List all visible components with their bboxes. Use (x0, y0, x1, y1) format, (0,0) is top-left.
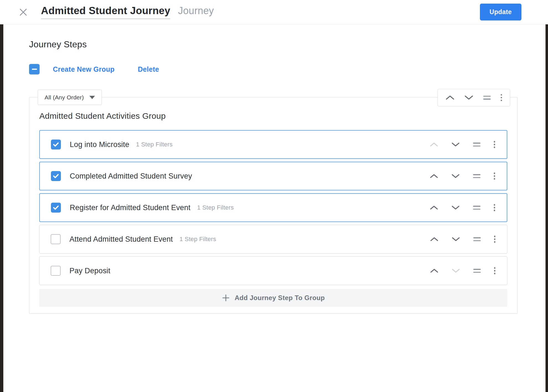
step-actions (430, 204, 497, 211)
drag-handle-icon[interactable] (473, 143, 480, 146)
indeterminate-minus-icon (32, 69, 37, 70)
modal-header: Admitted Student Journey Journey Update (0, 0, 548, 24)
add-journey-step-label: Add Journey Step To Group (235, 294, 325, 302)
drag-handle-icon[interactable] (473, 269, 481, 273)
kebab-menu-icon[interactable] (494, 267, 496, 274)
step-row-pay-deposit: Pay Deposit (39, 256, 507, 285)
step-row-completed-admitted-student-survey: Completed Admitted Student Survey (39, 162, 507, 190)
step-checkbox[interactable] (51, 234, 61, 244)
move-up-icon[interactable] (430, 174, 438, 178)
move-down-icon[interactable] (451, 142, 460, 147)
group-kebab-menu-icon[interactable] (501, 94, 502, 101)
backdrop-edge-left (0, 24, 3, 392)
journey-title-field[interactable]: Admitted Student Journey (41, 5, 170, 19)
drag-handle-icon[interactable] (473, 237, 481, 241)
dropdown-caret-icon (89, 96, 95, 99)
move-down-icon[interactable] (452, 237, 460, 241)
section-heading: Journey Steps (29, 39, 518, 50)
drag-handle-icon[interactable] (473, 174, 480, 178)
step-row-attend-admitted-student-event: Attend Admitted Student Event 1 Step Fil… (39, 225, 507, 254)
title-group: Admitted Student Journey Journey (41, 5, 214, 19)
step-filters-link[interactable]: 1 Step Filters (197, 204, 234, 211)
journey-type-label: Journey (178, 5, 214, 17)
steps-toolbar: Create New Group Delete (29, 64, 518, 74)
step-label: Log into Microsite (70, 140, 129, 149)
close-icon[interactable] (17, 6, 29, 18)
select-all-checkbox[interactable] (29, 64, 40, 74)
step-checkbox[interactable] (51, 140, 61, 149)
move-up-icon[interactable] (430, 269, 438, 273)
move-up-icon[interactable] (430, 142, 438, 147)
kebab-menu-icon[interactable] (494, 204, 495, 211)
step-label: Pay Deposit (69, 267, 110, 275)
group-order-value: All (Any Order) (45, 94, 84, 101)
step-checkbox[interactable] (51, 266, 61, 276)
step-checkbox[interactable] (51, 171, 61, 181)
update-button[interactable]: Update (480, 4, 521, 20)
move-up-icon[interactable] (430, 205, 438, 210)
step-label: Register for Admitted Student Event (70, 203, 190, 212)
move-down-icon[interactable] (452, 269, 460, 273)
delete-link[interactable]: Delete (138, 65, 159, 73)
move-up-icon[interactable] (430, 237, 438, 241)
kebab-menu-icon[interactable] (494, 172, 495, 180)
move-down-icon[interactable] (451, 174, 460, 178)
group-order-dropdown[interactable]: All (Any Order) (38, 90, 102, 105)
step-actions (430, 141, 497, 148)
step-actions (430, 172, 497, 180)
group-name: Admitted Student Activities Group (39, 97, 507, 121)
step-actions (430, 267, 497, 274)
step-row-register-for-admitted-student-event: Register for Admitted Student Event 1 St… (39, 193, 507, 222)
group-move-down-icon[interactable] (464, 95, 473, 100)
kebab-menu-icon[interactable] (494, 236, 496, 243)
step-checkbox[interactable] (51, 203, 61, 213)
step-filters-link[interactable]: 1 Step Filters (180, 236, 216, 243)
step-label: Completed Admitted Student Survey (70, 172, 192, 180)
add-journey-step-button[interactable]: Add Journey Step To Group (39, 289, 507, 307)
step-filters-link[interactable]: 1 Step Filters (136, 141, 172, 148)
journey-group-card: All (Any Order) Admitted Student Activit… (29, 97, 518, 314)
group-move-up-icon[interactable] (446, 95, 454, 100)
move-down-icon[interactable] (451, 205, 460, 210)
step-label: Attend Admitted Student Event (69, 235, 173, 244)
group-drag-handle-icon[interactable] (483, 96, 491, 100)
drag-handle-icon[interactable] (473, 206, 480, 210)
journey-steps-section: Journey Steps Create New Group Delete Al… (29, 39, 518, 314)
group-controls (438, 89, 510, 106)
step-row-log-into-microsite: Log into Microsite 1 Step Filters (39, 130, 507, 159)
step-actions (430, 236, 497, 243)
backdrop-edge-right (546, 24, 548, 392)
kebab-menu-icon[interactable] (494, 141, 495, 148)
create-new-group-link[interactable]: Create New Group (53, 65, 115, 73)
plus-icon (222, 294, 230, 302)
